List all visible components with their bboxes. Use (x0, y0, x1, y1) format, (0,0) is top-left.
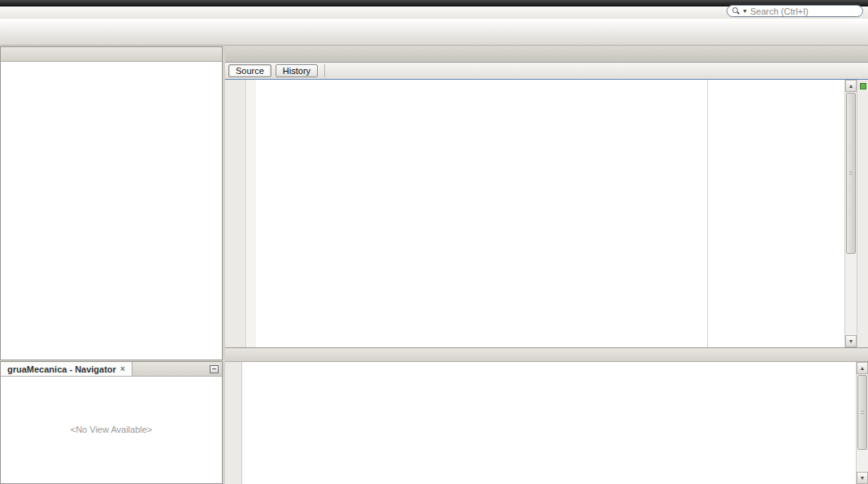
code-editor[interactable]: ▲ ▼ (225, 80, 868, 347)
minimize-window-button[interactable] (210, 365, 219, 373)
scroll-down-arrow[interactable]: ▼ (857, 472, 868, 484)
main-toolbar (0, 19, 868, 46)
projects-tree (1, 62, 222, 65)
output-panel: ▲ ▼ (225, 347, 868, 484)
editor-vertical-scrollbar[interactable]: ▲ ▼ (844, 80, 857, 347)
toolbar-separator (324, 64, 325, 77)
output-vertical-scrollbar[interactable]: ▲ ▼ (856, 362, 868, 484)
scroll-down-arrow[interactable]: ▼ (845, 335, 857, 347)
search-scope-caret-icon[interactable]: ▼ (742, 8, 748, 14)
scroll-up-arrow[interactable]: ▲ (857, 362, 868, 374)
error-stripe (857, 80, 868, 347)
navigator-tab-label: gruaMecanica - Navigator (7, 364, 116, 375)
search-icon (732, 7, 740, 15)
scrollbar-thumb[interactable] (846, 93, 856, 254)
scroll-up-arrow[interactable]: ▲ (845, 80, 857, 92)
editor-tab-bar (225, 46, 868, 63)
history-view-button[interactable]: History (276, 64, 318, 77)
code-fold-margin[interactable] (247, 80, 256, 347)
navigator-empty-text: <No View Available> (1, 425, 222, 434)
scrollbar-thumb[interactable] (857, 375, 867, 450)
projects-panel-tabs (1, 47, 222, 62)
close-icon[interactable]: × (120, 364, 125, 375)
search-placeholder: Search (Ctrl+I) (750, 7, 809, 16)
editor-toolbar: Source History (225, 63, 868, 80)
output-tab-bar (225, 348, 868, 362)
output-console[interactable] (242, 363, 856, 484)
navigator-panel-tabs: gruaMecanica - Navigator × (1, 362, 222, 377)
tab-navigator[interactable]: gruaMecanica - Navigator × (1, 362, 132, 376)
netbeans-window: ▼ Search (Ctrl+I) gruaMecanica - Navigat… (0, 0, 868, 484)
right-margin-ruler (707, 80, 708, 347)
projects-panel (0, 46, 223, 360)
navigator-panel: gruaMecanica - Navigator × <No View Avai… (0, 361, 223, 484)
output-toolbar (225, 362, 242, 484)
source-view-button[interactable]: Source (228, 64, 271, 77)
no-errors-badge (860, 83, 866, 89)
search-input[interactable]: ▼ Search (Ctrl+I) (727, 5, 863, 17)
line-number-gutter (225, 80, 246, 347)
